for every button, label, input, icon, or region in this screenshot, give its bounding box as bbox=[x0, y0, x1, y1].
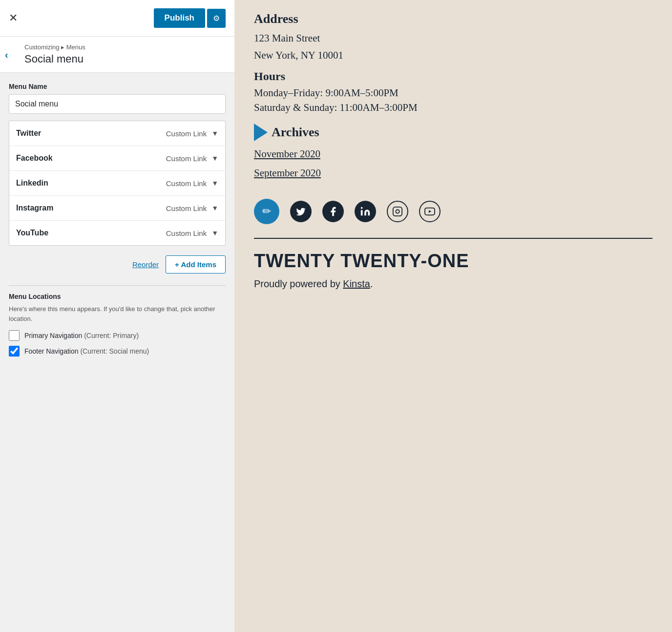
gear-button[interactable]: ⚙ bbox=[207, 9, 226, 28]
menu-item-name: YouTube bbox=[16, 229, 48, 237]
pencil-icon: ✏ bbox=[254, 199, 279, 224]
archives-triangle-icon bbox=[254, 124, 268, 141]
hours-heading: Hours bbox=[254, 70, 652, 83]
chevron-down-icon: ▼ bbox=[211, 129, 218, 137]
footer-nav-checkbox[interactable] bbox=[9, 346, 20, 357]
footer-nav-current: (Current: Social menu) bbox=[80, 347, 149, 355]
divider bbox=[9, 285, 226, 286]
menu-item-name: Twitter bbox=[16, 129, 41, 138]
breadcrumb-bar: ‹ Customizing ▸ Menus Social menu bbox=[0, 37, 234, 73]
svg-rect-1 bbox=[393, 207, 402, 216]
reorder-button[interactable]: Reorder bbox=[132, 260, 159, 269]
menu-item-type: Custom Link bbox=[166, 204, 207, 212]
archive-link-nov[interactable]: November 2020 bbox=[254, 148, 652, 160]
footer-nav-row: Footer Navigation (Current: Social menu) bbox=[9, 346, 226, 357]
primary-nav-row: Primary Navigation (Current: Primary) bbox=[9, 330, 226, 341]
menu-item-right: Custom Link ▼ bbox=[166, 154, 218, 163]
address-line1: 123 Main Street bbox=[254, 31, 652, 45]
back-button[interactable]: ‹ bbox=[5, 49, 8, 60]
menu-name-label: Menu Name bbox=[9, 83, 226, 90]
preview-panel: Address 123 Main Street New York, NY 100… bbox=[234, 0, 672, 632]
footer-nav-label: Footer Navigation (Current: Social menu) bbox=[24, 347, 149, 355]
menu-item-instagram[interactable]: Instagram Custom Link ▼ bbox=[9, 196, 225, 221]
svg-marker-3 bbox=[429, 210, 431, 213]
footer-divider bbox=[254, 238, 652, 239]
publish-button[interactable]: Publish bbox=[154, 8, 205, 28]
menu-locations-heading: Menu Locations bbox=[9, 293, 226, 300]
archive-link-sep[interactable]: September 2020 bbox=[254, 167, 652, 179]
footer-powered-text: Proudly powered by Kinsta. bbox=[254, 278, 652, 290]
top-bar: ✕ Publish ⚙ bbox=[0, 0, 234, 37]
archives-heading: Archives bbox=[272, 125, 319, 140]
chevron-down-icon: ▼ bbox=[211, 229, 218, 237]
publish-area: Publish ⚙ bbox=[154, 8, 226, 28]
social-icons-row: ✏ bbox=[254, 199, 652, 224]
primary-nav-current: (Current: Primary) bbox=[84, 332, 139, 339]
breadcrumb: Customizing ▸ Menus bbox=[24, 43, 228, 51]
archives-section: Archives November 2020 September 2020 bbox=[254, 124, 652, 179]
menu-item-right: Custom Link ▼ bbox=[166, 129, 218, 138]
menu-item-type: Custom Link bbox=[166, 154, 207, 163]
customizer-panel: ✕ Publish ⚙ ‹ Customizing ▸ Menus Social… bbox=[0, 0, 234, 632]
menu-item-right: Custom Link ▼ bbox=[166, 229, 218, 237]
kinsta-link[interactable]: Kinsta bbox=[343, 278, 370, 289]
menu-item-type: Custom Link bbox=[166, 229, 207, 237]
edit-social-icon[interactable]: ✏ bbox=[254, 199, 279, 224]
chevron-down-icon: ▼ bbox=[211, 154, 218, 162]
menu-item-name: Linkedin bbox=[16, 179, 48, 188]
menu-locations-desc: Here's where this menu appears. If you'd… bbox=[9, 304, 226, 323]
menu-item-right: Custom Link ▼ bbox=[166, 204, 218, 212]
menu-items-list: Twitter Custom Link ▼ Facebook Custom Li… bbox=[9, 121, 226, 246]
menu-item-name: Instagram bbox=[16, 204, 53, 212]
address-line2: New York, NY 10001 bbox=[254, 48, 652, 63]
menu-item-right: Custom Link ▼ bbox=[166, 179, 218, 188]
close-button[interactable]: ✕ bbox=[9, 13, 18, 23]
address-heading: Address bbox=[254, 12, 652, 26]
menu-item-twitter[interactable]: Twitter Custom Link ▼ bbox=[9, 121, 225, 146]
hours-line1: Monday–Friday: 9:00AM–5:00PM bbox=[254, 87, 652, 99]
add-items-button[interactable]: + Add Items bbox=[166, 255, 226, 274]
menu-item-type: Custom Link bbox=[166, 179, 207, 188]
section-title: Social menu bbox=[24, 53, 228, 65]
chevron-down-icon: ▼ bbox=[211, 204, 218, 212]
instagram-icon[interactable] bbox=[387, 201, 408, 222]
chevron-down-icon: ▼ bbox=[211, 179, 218, 187]
hours-line2: Saturday & Sunday: 11:00AM–3:00PM bbox=[254, 102, 652, 114]
facebook-icon[interactable] bbox=[322, 201, 344, 222]
footer-title: TWENTY TWENTY-ONE bbox=[254, 251, 652, 272]
youtube-icon[interactable] bbox=[419, 201, 441, 222]
menu-item-youtube[interactable]: YouTube Custom Link ▼ bbox=[9, 221, 225, 245]
actions-row: Reorder + Add Items bbox=[9, 253, 226, 276]
archives-header: Archives bbox=[254, 124, 652, 141]
primary-nav-checkbox[interactable] bbox=[9, 330, 20, 341]
menu-item-linkedin[interactable]: Linkedin Custom Link ▼ bbox=[9, 171, 225, 196]
menu-name-input[interactable] bbox=[9, 94, 226, 114]
menu-item-name: Facebook bbox=[16, 154, 53, 163]
menu-item-facebook[interactable]: Facebook Custom Link ▼ bbox=[9, 146, 225, 171]
panel-content: Menu Name Twitter Custom Link ▼ Facebook… bbox=[0, 73, 234, 632]
svg-point-0 bbox=[361, 207, 363, 209]
primary-nav-label: Primary Navigation (Current: Primary) bbox=[24, 332, 139, 339]
twitter-icon[interactable] bbox=[290, 201, 312, 222]
menu-item-type: Custom Link bbox=[166, 129, 207, 138]
linkedin-icon[interactable] bbox=[355, 201, 376, 222]
